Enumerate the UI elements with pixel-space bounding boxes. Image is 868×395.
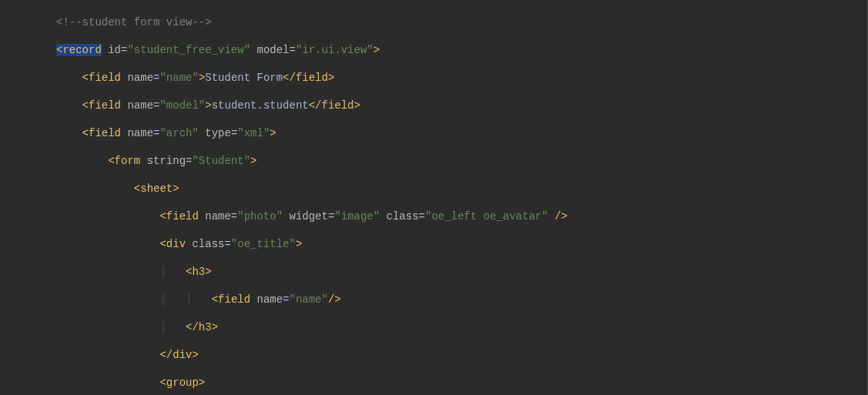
attr-val: "image" xyxy=(334,210,380,223)
attr-id: id xyxy=(108,44,121,56)
tag-field-close: </field> xyxy=(309,99,360,112)
attr-val: "Student" xyxy=(192,155,250,167)
attr-val: "name" xyxy=(159,72,198,84)
code-line[interactable]: <sheet> xyxy=(0,182,868,196)
attr-val: "student_free_view" xyxy=(127,44,250,56)
code-line[interactable]: <group> xyxy=(0,376,868,390)
tag-field: <field xyxy=(82,72,121,84)
attr-val: "xml" xyxy=(237,127,270,139)
code-line[interactable]: <field name="model">student.student</fie… xyxy=(0,99,868,112)
attr-name: name xyxy=(127,127,153,139)
attr-val: "arch" xyxy=(159,127,198,139)
attr-string: string xyxy=(147,155,186,167)
attr-type: type xyxy=(205,127,231,139)
code-line[interactable]: │ │ <field name="name"/> xyxy=(0,293,868,306)
code-line[interactable]: │ </h3> xyxy=(0,320,868,334)
xml-comment: <!--student form view--> xyxy=(56,16,212,28)
tag-field: <field xyxy=(212,293,250,306)
tag-field: <field xyxy=(159,210,198,223)
tag-div: <div xyxy=(159,238,186,250)
code-line[interactable]: <!--student form view--> xyxy=(0,15,868,29)
tag-field-close: </field> xyxy=(283,72,334,84)
attr-class: class xyxy=(192,238,224,250)
code-line[interactable]: <div class="oe_title"> xyxy=(0,237,868,251)
text-content: student.student xyxy=(212,99,309,112)
tag-h3: <h3> xyxy=(186,266,212,278)
tag-div-close: </div> xyxy=(159,349,198,361)
code-line[interactable]: <field name="photo" widget="image" class… xyxy=(0,209,868,223)
text-content: Student Form xyxy=(205,72,283,84)
attr-class: class xyxy=(387,210,419,223)
attr-val: "model" xyxy=(159,99,205,112)
tag-sheet: <sheet> xyxy=(134,182,179,195)
attr-name: name xyxy=(257,293,283,306)
attr-val: "oe_left oe_avatar" xyxy=(425,210,548,223)
code-line[interactable]: <form string="Student"> xyxy=(0,154,868,168)
attr-name: name xyxy=(205,210,231,223)
tag-record-open: <record xyxy=(56,44,102,56)
attr-val: "photo" xyxy=(237,210,283,223)
attr-model: model xyxy=(256,44,289,56)
tag-field: <field xyxy=(82,99,121,112)
attr-val: "ir.ui.view" xyxy=(296,44,374,56)
code-line[interactable]: </div> xyxy=(0,348,868,362)
code-line[interactable]: <record id="student_free_view" model="ir… xyxy=(0,43,868,57)
code-line[interactable]: <field name="name">Student Form</field> xyxy=(0,71,868,85)
code-line[interactable]: │ <h3> xyxy=(0,265,868,279)
tag-group: <group> xyxy=(159,377,205,389)
tag-form: <form xyxy=(108,155,140,167)
attr-val: "oe_title" xyxy=(231,238,296,250)
tag-field: <field xyxy=(82,127,121,139)
attr-name: name xyxy=(127,72,153,84)
attr-name: name xyxy=(127,99,153,112)
attr-widget: widget xyxy=(289,210,327,223)
attr-val: "name" xyxy=(290,293,328,306)
code-editor[interactable]: <!--student form view--> <record id="stu… xyxy=(0,0,868,395)
tag-h3-close: </h3> xyxy=(186,321,218,333)
code-line[interactable]: <field name="arch" type="xml"> xyxy=(0,126,868,140)
